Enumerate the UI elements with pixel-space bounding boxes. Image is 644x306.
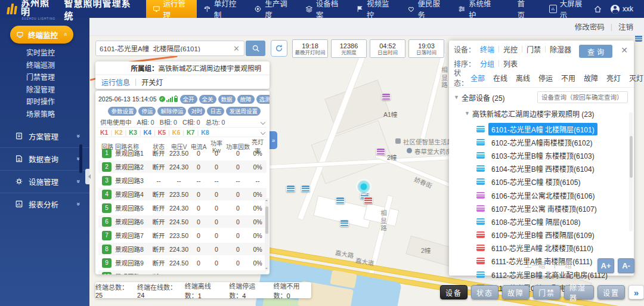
device-tree-item[interactable]: 6104-芯光里B幢 西楼楼顶(6104) [476, 162, 629, 175]
tab-switch-lamp[interactable]: 开关灯 [141, 77, 163, 87]
table-row[interactable]: 8景观回路8断开224.300000% [98, 243, 267, 255]
status-option-fault[interactable]: 故障 [581, 73, 600, 83]
table-row[interactable]: 6景观回路6断开224.500000% [98, 215, 267, 228]
tree-expand-icon[interactable]: ▼ [465, 110, 470, 116]
user-menu[interactable]: xxk [611, 5, 633, 14]
sidebar-item-instant-operation[interactable]: 即时操作 [26, 98, 89, 106]
layer-settings-button[interactable]: 设置 [597, 285, 625, 299]
font-decrease-button[interactable]: A- [618, 258, 634, 273]
layer-dehumidifier-button[interactable]: 除湿器 [564, 285, 594, 299]
device-marker[interactable] [286, 185, 295, 192]
status-option-all[interactable]: 全部 [468, 73, 487, 83]
next-group-link[interactable]: 下一组 [552, 260, 572, 270]
channel-k2[interactable]: K2 [114, 129, 122, 136]
channel-k1[interactable]: K1 [100, 129, 108, 136]
clear-search-icon[interactable]: ✕ [229, 44, 244, 53]
sidebar-item-data-query[interactable]: 数据查询 » [0, 147, 89, 170]
time-sync-button[interactable]: 对时 [188, 107, 205, 116]
channel-k8[interactable]: K8 [201, 129, 209, 136]
font-increase-button[interactable]: A+ [597, 258, 614, 273]
panel-scrollbar[interactable] [629, 112, 633, 231]
device-marker[interactable] [376, 148, 385, 155]
expand-chevron-icon[interactable] [261, 129, 265, 134]
table-row[interactable]: 4景观回路4断开223.500000% [98, 188, 267, 200]
device-tree-item[interactable]: 6105-芯光里C幢 楼顶(6105) [476, 175, 629, 188]
device-tree-item[interactable]: 6110-芯光里A幢 北楼楼顶(6110) [476, 242, 629, 255]
device-tree-item[interactable]: 6109-芯光里B幢 西楼隔层(6109) [476, 228, 629, 242]
table-row[interactable]: 2景观回路2断开224.300000% [98, 160, 267, 173]
query-button[interactable]: 查询 [579, 45, 612, 58]
filter-option-light-control[interactable]: 光控 [501, 44, 520, 54]
sidebar-item-realtime-monitor[interactable]: 实时监控 [26, 50, 89, 57]
channel-k6[interactable]: K6 [172, 129, 180, 136]
filter-option-dehumidifier[interactable]: 除湿器 [547, 44, 574, 54]
sidebar-scrollbar-thumb[interactable] [79, 144, 82, 173]
scrollbar-thumb[interactable] [265, 206, 268, 234]
logout-link[interactable]: 注销 [618, 21, 633, 32]
table-row[interactable]: 10景观回路10断开223.500000% [98, 270, 267, 274]
status-option-off[interactable]: 灭灯 [627, 73, 644, 83]
sidebar-item-plan-mgmt[interactable]: 方案管理 » [0, 125, 89, 147]
device-tree-item[interactable]: 6102-芯光里A幢南楼楼顶(6102) [476, 135, 629, 149]
status-option-unused[interactable]: 不用 [559, 73, 578, 83]
device-tree-item[interactable]: 6108-芯光里C幢 隔层(6108) [476, 215, 629, 228]
table-row[interactable]: 7景观回路7断开223.500000% [98, 229, 267, 242]
device-tree-item[interactable]: 6107-芯光里公寓 南楼楼顶(6107) [476, 202, 629, 215]
channel-k4[interactable]: K4 [144, 129, 151, 136]
resume-run-button[interactable]: 解除停运 [157, 107, 186, 116]
nav-item-big-screen[interactable]: 大屏展示 [543, 0, 593, 18]
send-week-schedule-button[interactable]: 发送周设置 [226, 107, 261, 116]
sidebar-item-scene-strategy[interactable]: 场景策略 [26, 111, 89, 118]
filter-option-terminal[interactable]: 终端 [478, 44, 497, 54]
nav-item-device-archive[interactable]: 设备档案 [299, 0, 349, 18]
device-marker[interactable] [364, 197, 373, 204]
param-settings-button[interactable]: 参数设置 [108, 107, 137, 116]
layer-fault-button[interactable]: 故障 [502, 285, 530, 299]
expand-panel-button[interactable]: » [628, 285, 644, 299]
device-marker[interactable] [340, 220, 349, 227]
table-row[interactable]: 5景观回路5断开224.300000% [98, 202, 267, 214]
nav-item-single-lamp-control[interactable]: 单灯控制 [197, 0, 247, 18]
scrollbar-thumb[interactable] [630, 136, 633, 178]
refresh-button[interactable] [271, 40, 287, 57]
selected-device-location-marker[interactable] [356, 179, 371, 194]
prev-group-link[interactable]: 上一组 [525, 260, 546, 270]
sidebar-item-dehumidify-mgmt[interactable]: 除湿管理 [26, 86, 89, 94]
sidebar-item-facility-mgmt[interactable]: 设施管理 » [0, 170, 89, 193]
table-row[interactable]: 3景观回路3------------ [98, 174, 267, 187]
all-on-button[interactable]: 全开 [180, 95, 197, 104]
terminal-search-input[interactable] [96, 45, 229, 52]
device-tree-item[interactable]: 6103-芯光里B幢 东楼楼顶(6103) [476, 149, 629, 162]
nav-item-video-monitor[interactable]: 视频监控 [349, 0, 400, 18]
device-marker[interactable] [336, 197, 345, 204]
sidebar-item-report-analysis[interactable]: 报表分析 » [0, 193, 89, 215]
scroll-down-icon[interactable] [265, 268, 268, 270]
all-off-button[interactable]: 全关 [199, 95, 216, 104]
nav-item-system-maintenance[interactable]: 系统维护 [451, 0, 502, 18]
channel-k5[interactable]: K5 [158, 129, 166, 136]
layer-device-button[interactable]: 设备 [440, 285, 467, 299]
device-marker[interactable] [301, 185, 310, 192]
sidebar-item-terminal-monitor[interactable]: 终端监控 » [10, 26, 73, 44]
change-password-link[interactable]: 修改密码 [575, 21, 605, 32]
data-button[interactable]: 数据 [218, 95, 236, 104]
home-icon[interactable] [593, 5, 602, 14]
status-option-lit[interactable]: 亮灯 [604, 73, 623, 83]
fault-button[interactable]: 故障 [237, 95, 255, 104]
sort-option-list[interactable]: 列表 [501, 58, 520, 69]
status-option-offline[interactable]: 离线 [513, 73, 532, 83]
sidebar-item-terminal-patrol[interactable]: 终端巡测 [26, 62, 89, 69]
device-tree-item[interactable]: 6101-芯光里A幢 北楼隔层(6101) [476, 122, 629, 135]
tree-group-node[interactable]: ▼ 高铁新城芯汇湖周边楼宇景观照明 (23) [465, 107, 629, 119]
table-row[interactable]: 9景观回路9断开224.500000% [98, 256, 267, 269]
sidebar-collapse-handle[interactable] [85, 169, 89, 184]
scroll-up-icon[interactable] [265, 199, 268, 201]
tab-run-info[interactable]: 运行信息 [101, 77, 130, 87]
tree-expand-icon[interactable]: ▼ [454, 94, 459, 100]
select-test-button[interactable]: 选测 [256, 95, 270, 104]
nav-item-public-service[interactable]: 便民服务 [401, 0, 451, 18]
status-option-stopped[interactable]: 停运 [536, 73, 555, 83]
panel-collapse-handle[interactable]: » [270, 131, 277, 149]
nav-item-production-dispatch[interactable]: 生产调度 [247, 0, 298, 18]
close-panel-icon[interactable]: ✕ [621, 46, 628, 54]
